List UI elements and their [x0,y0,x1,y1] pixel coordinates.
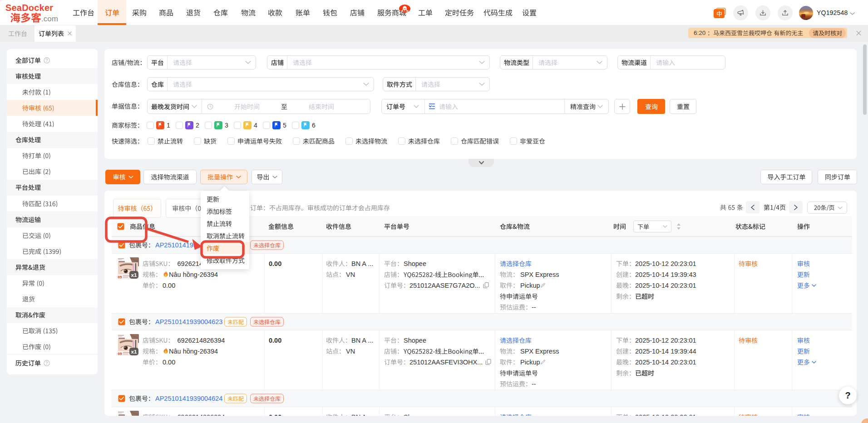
svg-text:05: 05 [118,352,122,356]
svg-text:05: 05 [118,275,122,279]
